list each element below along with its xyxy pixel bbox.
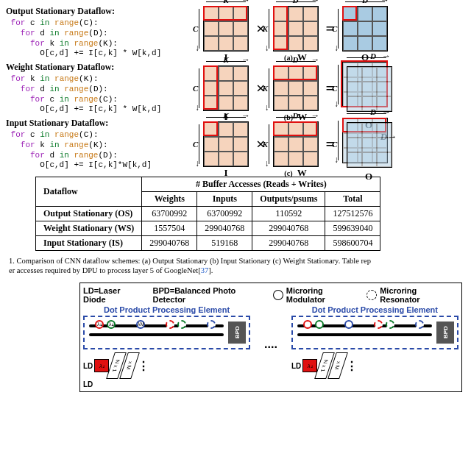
accesses-table: Dataflow # Buffer Accesses (Reads + Writ… <box>35 177 380 251</box>
mrm-icon <box>273 290 283 300</box>
page-root: Output Stationary Dataflow: for c in ran… <box>0 0 471 392</box>
code-os: for c in range(C): for d in range(D): fo… <box>6 18 197 59</box>
row-ws: Weight Stationary (WS) 15575042990407682… <box>36 221 380 236</box>
ld-chip: λ₁ <box>94 359 109 372</box>
pe-right: Dot Product Processing Element ··· ··· B… <box>291 305 458 388</box>
diagram-ws: K C I × D K (b) W = D C OD→ <box>197 62 471 115</box>
title-ws: Weight Stationary Dataflow: <box>6 62 197 73</box>
code-ws: for k in range(K): for d in range(D): fo… <box>6 74 197 115</box>
matrix-W-ws: D K (b) W <box>273 65 319 111</box>
architecture-figure: LD=Laser Diode BPD=Balanced Photo Detect… <box>79 283 462 392</box>
title-os: Output Stationary Dataflow: <box>6 6 197 17</box>
code-is: for c in range(C): for k in range(K): fo… <box>6 130 197 171</box>
dataflow-block-ws: Weight Stationary Dataflow: for k in ran… <box>6 62 471 115</box>
th-dataflow: Dataflow <box>36 177 142 207</box>
dataflow-block-is: Input Stationary Dataflow: for c in rang… <box>6 118 471 171</box>
matrix-W-os: D K (a) W <box>273 6 319 51</box>
row-os: Output Stationary (OS) 63700992637009921… <box>36 207 380 221</box>
bpd-left: BPD <box>228 322 246 344</box>
figure-caption: 1. Comparison of CNN dataflow schemes: (… <box>9 257 471 275</box>
matrix-I-is: K C I <box>203 121 249 167</box>
pe-left: Dot Product Processing Element λ₁ λ₂ ···… <box>83 305 250 388</box>
mrr-icon <box>366 290 377 300</box>
bpd-right: BPD <box>436 322 454 344</box>
diagram-os: K C I × D K (a) W = D <box>197 6 471 51</box>
citation-link[interactable]: 37 <box>201 266 209 274</box>
legend: LD=Laser Diode BPD=Balanced Photo Detect… <box>83 286 458 304</box>
title-is: Input Stationary Dataflow: <box>6 118 197 129</box>
matrix-O-is-stack: D C O <box>342 118 395 171</box>
matrix-O-os: D C O <box>342 6 388 51</box>
diagram-is: K C I × D K (c) W = D C O <box>197 118 471 171</box>
dataflow-block-os: Output Stationary Dataflow: for c in ran… <box>6 6 471 59</box>
matrix-I-os: K C I <box>203 6 249 51</box>
matrix-I-ws: K C I <box>203 65 249 111</box>
row-is: Input Stationary (IS) 299040768519168299… <box>36 236 380 251</box>
matrix-W-is: D K (c) W <box>273 121 319 167</box>
